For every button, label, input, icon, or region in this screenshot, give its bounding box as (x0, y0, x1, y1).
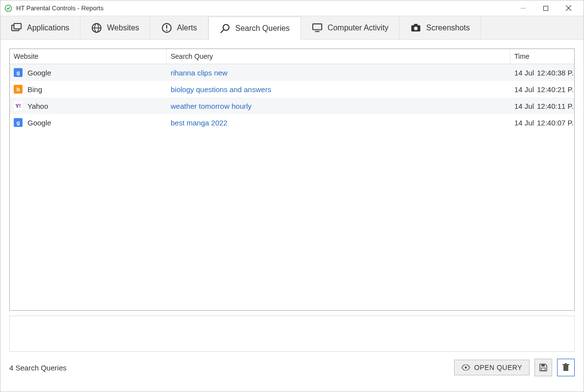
content-area: Website Search Query Time gGooglerihanna… (0, 40, 584, 392)
cell-query[interactable]: weather tomorrow hourly (167, 102, 510, 110)
close-button[interactable] (557, 1, 580, 16)
cell-date: 14 Jul (514, 102, 532, 110)
svg-rect-21 (541, 364, 545, 367)
grid-header: Website Search Query Time (10, 49, 574, 64)
cell-date: 14 Jul (514, 85, 532, 94)
table-row[interactable]: bBingbiology questions and answers14 Jul… (10, 81, 574, 98)
monitor-icon (312, 23, 323, 33)
cell-website: gGoogle (10, 118, 167, 127)
grid-body: gGooglerihanna clips new14 Jul12:40:38 P… (10, 64, 574, 310)
cell-time: 14 Jul12:40:38 P... (510, 69, 574, 77)
alert-icon (161, 23, 172, 33)
tab-websites[interactable]: Websites (80, 16, 151, 39)
cell-date: 14 Jul (514, 119, 532, 127)
svg-rect-6 (14, 23, 22, 28)
cell-time-value: 12:40:07 P... (537, 119, 574, 127)
column-header-time[interactable]: Time (510, 49, 574, 64)
cell-query[interactable]: best manga 2022 (167, 119, 510, 127)
report-tabs: Applications Websites Alerts Search Quer… (0, 16, 584, 40)
cell-time: 14 Jul12:40:11 P... (510, 102, 574, 110)
details-panel (9, 316, 575, 352)
tab-label: Websites (107, 24, 139, 32)
tab-label: Applications (27, 24, 69, 32)
save-button[interactable] (534, 359, 552, 376)
cell-query[interactable]: rihanna clips new (167, 69, 510, 77)
delete-button[interactable] (557, 359, 575, 376)
svg-rect-15 (313, 24, 322, 29)
globe-icon (91, 23, 102, 33)
app-icon (4, 4, 12, 12)
svg-rect-24 (562, 364, 569, 365)
applications-icon (11, 23, 22, 33)
tab-label: Search Queries (235, 24, 290, 33)
site-name: Google (27, 119, 51, 127)
titlebar: HT Parental Controls - Reports (0, 0, 584, 16)
footer-bar: 4 Search Queries OPEN QUERY (9, 357, 575, 376)
google-favicon: g (14, 68, 23, 77)
footer-buttons: OPEN QUERY (454, 359, 575, 376)
tab-label: Screenshots (426, 24, 470, 32)
cell-website: Y!Yahoo (10, 101, 167, 110)
cell-time-value: 12:40:11 P... (537, 102, 574, 110)
tab-label: Computer Activity (328, 24, 388, 32)
svg-rect-2 (544, 6, 548, 10)
app-window: HT Parental Controls - Reports Applicati… (0, 0, 584, 392)
window-title: HT Parental Controls - Reports (16, 4, 103, 12)
cell-date: 14 Jul (514, 69, 532, 77)
save-icon (539, 363, 548, 372)
tab-alerts[interactable]: Alerts (151, 16, 208, 39)
open-query-label: OPEN QUERY (474, 364, 522, 371)
svg-point-12 (166, 29, 167, 31)
status-text: 4 Search Queries (9, 364, 67, 372)
search-queries-grid: Website Search Query Time gGooglerihanna… (9, 49, 575, 311)
minimize-button[interactable] (512, 1, 534, 16)
google-favicon: g (14, 118, 23, 127)
svg-line-14 (221, 30, 224, 33)
svg-point-18 (414, 26, 418, 30)
camera-icon (410, 23, 421, 33)
cell-time-value: 12:40:21 P... (537, 85, 574, 94)
svg-rect-22 (541, 368, 545, 370)
eye-icon (461, 365, 470, 370)
site-name: Yahoo (27, 102, 48, 110)
cell-time: 14 Jul12:40:07 P... (510, 119, 574, 127)
cell-website: gGoogle (10, 68, 167, 77)
table-row[interactable]: gGooglerihanna clips new14 Jul12:40:38 P… (10, 64, 574, 81)
maximize-button[interactable] (534, 1, 557, 16)
table-row[interactable]: gGooglebest manga 202214 Jul12:40:07 P..… (10, 114, 574, 131)
cell-time-value: 12:40:38 P... (537, 69, 574, 77)
svg-point-20 (465, 367, 467, 368)
tab-search-queries[interactable]: Search Queries (208, 17, 301, 40)
tab-computer-activity[interactable]: Computer Activity (301, 16, 400, 39)
tab-screenshots[interactable]: Screenshots (400, 16, 481, 39)
search-icon (220, 23, 230, 34)
cell-query[interactable]: biology questions and answers (167, 85, 510, 94)
site-name: Bing (27, 85, 42, 94)
svg-rect-23 (563, 365, 568, 371)
tab-applications[interactable]: Applications (0, 16, 80, 39)
trash-icon (562, 363, 570, 372)
column-header-query[interactable]: Search Query (167, 49, 510, 64)
column-header-website[interactable]: Website (10, 49, 167, 64)
svg-rect-19 (414, 24, 418, 25)
cell-website: bBing (10, 85, 167, 94)
yahoo-favicon: Y! (14, 101, 23, 110)
cell-time: 14 Jul12:40:21 P... (510, 85, 574, 94)
svg-point-13 (223, 24, 229, 30)
site-name: Google (27, 69, 51, 77)
open-query-button[interactable]: OPEN QUERY (454, 360, 530, 375)
svg-rect-25 (565, 363, 567, 364)
window-controls (512, 1, 580, 16)
bing-favicon: b (14, 85, 23, 94)
table-row[interactable]: Y!Yahooweather tomorrow hourly14 Jul12:4… (10, 98, 574, 114)
tab-label: Alerts (177, 24, 197, 32)
